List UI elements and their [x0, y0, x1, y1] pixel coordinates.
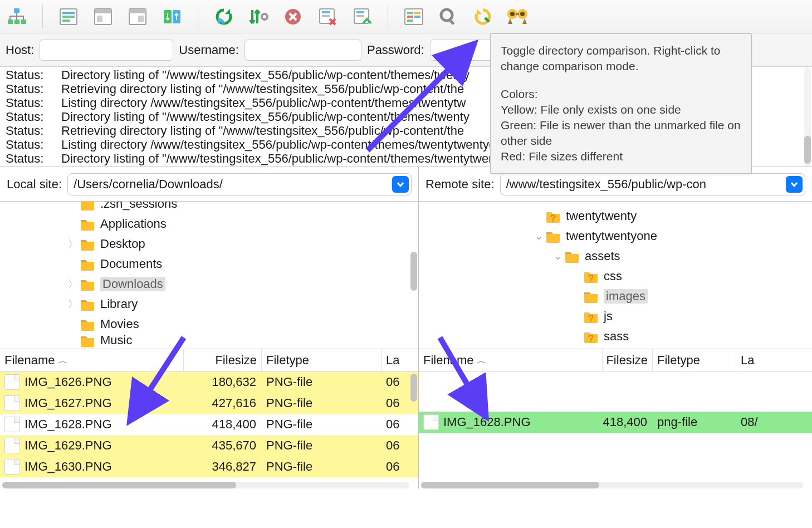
tree-item[interactable]: ?sass [419, 326, 812, 346]
svg-rect-37 [516, 13, 519, 15]
cell-filesize: 435,670 [184, 438, 262, 453]
local-tree[interactable]: .zsh_sessionsApplications〉DesktopDocumen… [0, 202, 419, 349]
tree-item[interactable]: ?js [419, 306, 812, 326]
tree-item[interactable]: Documents [0, 254, 418, 274]
local-tree-scroll-thumb[interactable] [410, 252, 417, 291]
col-modified[interactable]: La [381, 349, 409, 371]
log-scroll-thumb[interactable] [804, 136, 811, 164]
refresh-icon[interactable] [212, 4, 236, 29]
col-filename[interactable]: Filename︿ [0, 349, 184, 371]
cell-filetype: PNG-file [262, 375, 381, 389]
disclosure-icon[interactable]: 〉 [67, 237, 79, 251]
svg-text:?: ? [588, 273, 594, 284]
svg-point-35 [510, 12, 515, 16]
local-list-hscroll-thumb[interactable] [2, 482, 236, 488]
table-row[interactable]: IMG_1628.PNG418,400PNG-file06 [0, 414, 418, 435]
svg-text:?: ? [588, 313, 594, 324]
chevron-down-icon[interactable] [392, 176, 409, 193]
disconnect-icon[interactable] [315, 4, 340, 29]
table-row[interactable]: IMG_1627.PNG427,616PNG-file06 [0, 393, 418, 414]
file-icon [4, 417, 20, 432]
tree-item[interactable]: Music [0, 334, 418, 346]
log-label: Status: [6, 124, 61, 138]
tree-item[interactable]: 〉Library [0, 294, 418, 314]
remote-file-list[interactable]: Filename︿ Filesize Filetype La IMG_1628.… [419, 349, 812, 488]
remote-list-hscroll-thumb[interactable] [421, 482, 599, 488]
folder-icon [79, 256, 96, 272]
col-modified[interactable]: La [736, 349, 764, 371]
local-list-vscroll-thumb[interactable] [410, 374, 417, 402]
cancel-icon[interactable] [281, 4, 305, 29]
tree-item[interactable]: ?twentytwenty [419, 206, 812, 226]
table-row[interactable]: IMG_1630.PNG346,827PNG-file06 [0, 456, 418, 477]
file-lists: Filename︿ Filesize Filetype La IMG_1626.… [0, 349, 812, 488]
tree-label: js [604, 309, 613, 324]
username-input[interactable] [244, 40, 361, 61]
folder-icon [79, 276, 96, 292]
tree-item[interactable]: 〉Desktop [0, 234, 418, 254]
tree-label: assets [585, 249, 620, 263]
remote-site-path: /www/testingsitex_556/public/wp-con [506, 177, 707, 192]
tree-item[interactable]: 〉Downloads [0, 274, 418, 294]
main-toolbar [0, 0, 812, 33]
sitemanager-icon[interactable] [4, 4, 29, 29]
tree-label: twentytwentyone [566, 229, 657, 243]
tree-item[interactable]: ⌄twentytwentyone [419, 226, 812, 246]
svg-text:?: ? [588, 333, 594, 344]
compare-tooltip: Toggle directory comparison. Right-click… [490, 33, 752, 174]
local-site-combo[interactable]: /Users/cornelia/Downloads/ [67, 173, 412, 195]
toggle-remote-tree-icon[interactable] [125, 4, 150, 29]
table-row[interactable]: IMG_1626.PNG180,632PNG-file06 [0, 371, 418, 393]
tree-item[interactable]: images [419, 286, 812, 306]
disclosure-icon[interactable]: 〉 [67, 297, 79, 311]
tooltip-line: Yellow: File only exists on one side [501, 102, 741, 118]
tree-label: sass [604, 329, 629, 344]
sort-asc-icon: ︿ [58, 354, 68, 367]
col-filesize[interactable]: Filesize [184, 349, 262, 371]
cell-filetype: PNG-file [262, 438, 381, 453]
tree-item[interactable]: ?css [419, 266, 812, 286]
tree-label: images [604, 289, 648, 304]
compare-icon[interactable] [436, 4, 461, 29]
toggle-log-icon[interactable] [56, 4, 81, 29]
chevron-down-icon[interactable] [786, 176, 803, 193]
table-row[interactable]: IMG_1628.PNG418,400png-file08/ [419, 412, 812, 433]
tree-item[interactable]: Movies [0, 314, 418, 334]
filter-icon[interactable] [402, 4, 426, 29]
disclosure-icon[interactable]: ⌄ [551, 250, 564, 262]
find-icon[interactable] [505, 4, 530, 29]
cell-filename: IMG_1630.PNG [25, 459, 112, 474]
tree-item[interactable]: Applications [0, 214, 418, 234]
local-site-path: /Users/cornelia/Downloads/ [74, 177, 223, 192]
remote-tree[interactable]: ?twentytwenty⌄twentytwentyone⌄assets?css… [419, 202, 812, 349]
process-queue-icon[interactable] [246, 4, 271, 29]
directory-trees: .zsh_sessionsApplications〉DesktopDocumen… [0, 202, 812, 349]
tooltip-line: Red: File sizes different [501, 149, 741, 164]
tree-item[interactable]: ⌄assets [419, 246, 812, 266]
local-file-list[interactable]: Filename︿ Filesize Filetype La IMG_1626.… [0, 349, 419, 488]
svg-rect-27 [414, 12, 420, 14]
tree-item[interactable]: .zsh_sessions [0, 202, 418, 214]
reconnect-icon[interactable] [350, 4, 374, 29]
host-input[interactable] [40, 40, 173, 61]
svg-rect-7 [62, 19, 70, 22]
col-filename[interactable]: Filename︿ [419, 349, 603, 371]
col-filetype[interactable]: Filetype [262, 349, 381, 371]
svg-rect-28 [407, 16, 413, 18]
unknown-folder-icon: ? [583, 328, 599, 345]
sync-browse-icon[interactable] [471, 4, 495, 29]
host-label: Host: [6, 43, 34, 57]
svg-rect-2 [14, 19, 19, 24]
col-filetype[interactable]: Filetype [653, 349, 736, 371]
tree-label: Desktop [100, 237, 145, 251]
cell-modified: 06 [381, 459, 409, 474]
toggle-queue-icon[interactable] [160, 4, 184, 29]
disclosure-icon[interactable]: 〉 [67, 277, 79, 291]
cell-filename: IMG_1628.PNG [25, 417, 112, 432]
toggle-local-tree-icon[interactable] [91, 4, 115, 29]
table-row[interactable]: IMG_1629.PNG435,670PNG-file06 [0, 435, 418, 456]
disclosure-icon[interactable]: ⌄ [532, 230, 545, 242]
cell-filesize: 346,827 [184, 459, 262, 474]
col-filesize[interactable]: Filesize [603, 349, 653, 371]
remote-site-combo[interactable]: /www/testingsitex_556/public/wp-con [500, 173, 806, 195]
